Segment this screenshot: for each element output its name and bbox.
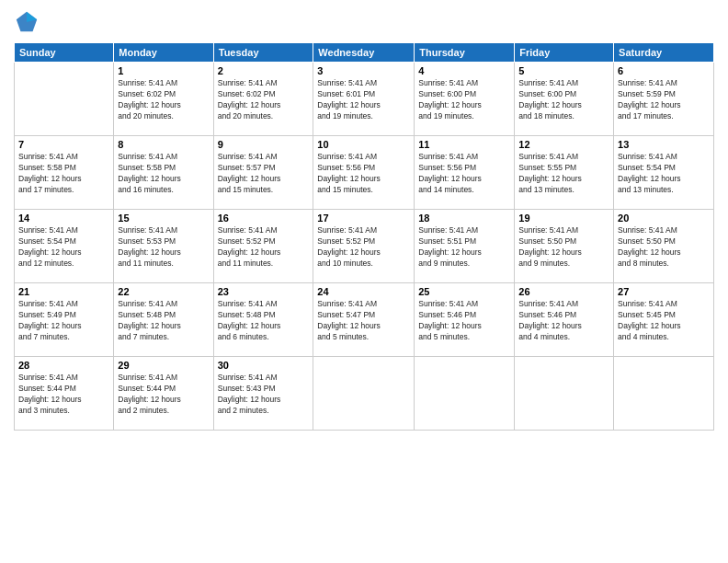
calendar-table: SundayMondayTuesdayWednesdayThursdayFrid… bbox=[14, 42, 714, 431]
logo bbox=[14, 9, 43, 35]
day-number: 22 bbox=[118, 286, 209, 297]
day-number: 6 bbox=[618, 65, 710, 76]
day-number: 2 bbox=[218, 65, 310, 76]
day-info: Sunrise: 5:41 AMSunset: 5:52 PMDaylight:… bbox=[317, 225, 410, 270]
day-number: 5 bbox=[518, 65, 609, 76]
calendar-cell-5-2: 29Sunrise: 5:41 AMSunset: 5:44 PMDayligh… bbox=[114, 357, 213, 431]
calendar-week-4: 21Sunrise: 5:41 AMSunset: 5:49 PMDayligh… bbox=[15, 283, 714, 357]
calendar-cell-3-2: 15Sunrise: 5:41 AMSunset: 5:53 PMDayligh… bbox=[114, 210, 213, 283]
day-info: Sunrise: 5:41 AMSunset: 5:50 PMDaylight:… bbox=[518, 225, 609, 270]
day-info: Sunrise: 5:41 AMSunset: 6:02 PMDaylight:… bbox=[218, 78, 310, 122]
calendar-cell-2-4: 10Sunrise: 5:41 AMSunset: 5:56 PMDayligh… bbox=[313, 136, 415, 210]
day-info: Sunrise: 5:41 AMSunset: 5:47 PMDaylight:… bbox=[317, 299, 410, 343]
day-number: 18 bbox=[418, 213, 510, 224]
calendar-cell-3-7: 20Sunrise: 5:41 AMSunset: 5:50 PMDayligh… bbox=[614, 210, 714, 283]
day-info: Sunrise: 5:41 AMSunset: 5:54 PMDaylight:… bbox=[618, 152, 710, 196]
day-info: Sunrise: 5:41 AMSunset: 6:01 PMDaylight:… bbox=[317, 78, 410, 122]
day-info: Sunrise: 5:41 AMSunset: 5:49 PMDaylight:… bbox=[18, 299, 109, 343]
calendar-cell-4-4: 24Sunrise: 5:41 AMSunset: 5:47 PMDayligh… bbox=[313, 283, 415, 357]
day-number: 14 bbox=[18, 213, 109, 224]
day-info: Sunrise: 5:41 AMSunset: 5:46 PMDaylight:… bbox=[518, 299, 609, 343]
day-info: Sunrise: 5:41 AMSunset: 5:44 PMDaylight:… bbox=[118, 373, 209, 417]
calendar-header-sunday: Sunday bbox=[15, 43, 114, 63]
day-info: Sunrise: 5:41 AMSunset: 5:48 PMDaylight:… bbox=[218, 299, 310, 343]
day-number: 8 bbox=[118, 139, 209, 150]
calendar-cell-1-6: 5Sunrise: 5:41 AMSunset: 6:00 PMDaylight… bbox=[515, 63, 614, 136]
calendar-header-friday: Friday bbox=[515, 43, 614, 63]
calendar-cell-1-5: 4Sunrise: 5:41 AMSunset: 6:00 PMDaylight… bbox=[415, 63, 515, 136]
day-info: Sunrise: 5:41 AMSunset: 5:45 PMDaylight:… bbox=[618, 299, 710, 343]
day-number: 12 bbox=[518, 139, 609, 150]
calendar-cell-4-2: 22Sunrise: 5:41 AMSunset: 5:48 PMDayligh… bbox=[114, 283, 213, 357]
day-number: 25 bbox=[418, 286, 510, 297]
calendar-cell-1-1 bbox=[15, 63, 114, 136]
day-number: 19 bbox=[518, 213, 609, 224]
day-info: Sunrise: 5:41 AMSunset: 5:55 PMDaylight:… bbox=[518, 152, 609, 196]
day-number: 9 bbox=[218, 139, 310, 150]
day-info: Sunrise: 5:41 AMSunset: 5:58 PMDaylight:… bbox=[118, 152, 209, 196]
calendar-cell-5-5 bbox=[415, 357, 515, 431]
day-info: Sunrise: 5:41 AMSunset: 5:52 PMDaylight:… bbox=[218, 225, 310, 270]
day-number: 24 bbox=[317, 286, 410, 297]
calendar-cell-2-1: 7Sunrise: 5:41 AMSunset: 5:58 PMDaylight… bbox=[15, 136, 114, 210]
calendar-cell-2-6: 12Sunrise: 5:41 AMSunset: 5:55 PMDayligh… bbox=[515, 136, 614, 210]
calendar-cell-3-4: 17Sunrise: 5:41 AMSunset: 5:52 PMDayligh… bbox=[313, 210, 415, 283]
day-number: 23 bbox=[218, 286, 310, 297]
day-number: 26 bbox=[518, 286, 609, 297]
header bbox=[14, 9, 714, 35]
day-number: 28 bbox=[18, 360, 109, 371]
day-number: 7 bbox=[18, 139, 109, 150]
day-info: Sunrise: 5:41 AMSunset: 5:56 PMDaylight:… bbox=[418, 152, 510, 196]
calendar-header-saturday: Saturday bbox=[614, 43, 714, 63]
day-info: Sunrise: 5:41 AMSunset: 5:53 PMDaylight:… bbox=[118, 225, 209, 270]
calendar-header-thursday: Thursday bbox=[415, 43, 515, 63]
calendar-cell-2-2: 8Sunrise: 5:41 AMSunset: 5:58 PMDaylight… bbox=[114, 136, 213, 210]
calendar-week-5: 28Sunrise: 5:41 AMSunset: 5:44 PMDayligh… bbox=[15, 357, 714, 431]
calendar-cell-5-6 bbox=[515, 357, 614, 431]
calendar-cell-4-3: 23Sunrise: 5:41 AMSunset: 5:48 PMDayligh… bbox=[213, 283, 313, 357]
day-number: 10 bbox=[317, 139, 410, 150]
day-info: Sunrise: 5:41 AMSunset: 5:44 PMDaylight:… bbox=[18, 373, 109, 417]
calendar-cell-2-5: 11Sunrise: 5:41 AMSunset: 5:56 PMDayligh… bbox=[415, 136, 515, 210]
day-info: Sunrise: 5:41 AMSunset: 5:48 PMDaylight:… bbox=[118, 299, 209, 343]
calendar-week-1: 1Sunrise: 5:41 AMSunset: 6:02 PMDaylight… bbox=[15, 63, 714, 136]
calendar-week-2: 7Sunrise: 5:41 AMSunset: 5:58 PMDaylight… bbox=[15, 136, 714, 210]
day-info: Sunrise: 5:41 AMSunset: 6:00 PMDaylight:… bbox=[518, 78, 609, 122]
day-info: Sunrise: 5:41 AMSunset: 5:59 PMDaylight:… bbox=[618, 78, 710, 122]
calendar-cell-3-3: 16Sunrise: 5:41 AMSunset: 5:52 PMDayligh… bbox=[213, 210, 313, 283]
day-info: Sunrise: 5:41 AMSunset: 6:02 PMDaylight:… bbox=[118, 78, 209, 122]
calendar-header-monday: Monday bbox=[114, 43, 213, 63]
day-info: Sunrise: 5:41 AMSunset: 5:56 PMDaylight:… bbox=[317, 152, 410, 196]
day-number: 21 bbox=[18, 286, 109, 297]
calendar-cell-5-1: 28Sunrise: 5:41 AMSunset: 5:44 PMDayligh… bbox=[15, 357, 114, 431]
day-number: 13 bbox=[618, 139, 710, 150]
calendar-cell-4-6: 26Sunrise: 5:41 AMSunset: 5:46 PMDayligh… bbox=[515, 283, 614, 357]
calendar-cell-5-4 bbox=[313, 357, 415, 431]
calendar-cell-1-7: 6Sunrise: 5:41 AMSunset: 5:59 PMDaylight… bbox=[614, 63, 714, 136]
day-number: 29 bbox=[118, 360, 209, 371]
day-number: 17 bbox=[317, 213, 410, 224]
day-number: 3 bbox=[317, 65, 410, 76]
calendar-header-row: SundayMondayTuesdayWednesdayThursdayFrid… bbox=[15, 43, 714, 63]
calendar-cell-1-3: 2Sunrise: 5:41 AMSunset: 6:02 PMDaylight… bbox=[213, 63, 313, 136]
calendar-cell-5-7 bbox=[614, 357, 714, 431]
calendar-cell-5-3: 30Sunrise: 5:41 AMSunset: 5:43 PMDayligh… bbox=[213, 357, 313, 431]
calendar-header-wednesday: Wednesday bbox=[313, 43, 415, 63]
day-number: 15 bbox=[118, 213, 209, 224]
day-info: Sunrise: 5:41 AMSunset: 6:00 PMDaylight:… bbox=[418, 78, 510, 122]
day-info: Sunrise: 5:41 AMSunset: 5:46 PMDaylight:… bbox=[418, 299, 510, 343]
day-info: Sunrise: 5:41 AMSunset: 5:50 PMDaylight:… bbox=[618, 225, 710, 270]
day-number: 1 bbox=[118, 65, 209, 76]
calendar-cell-2-7: 13Sunrise: 5:41 AMSunset: 5:54 PMDayligh… bbox=[614, 136, 714, 210]
day-info: Sunrise: 5:41 AMSunset: 5:43 PMDaylight:… bbox=[218, 373, 310, 417]
day-number: 27 bbox=[618, 286, 710, 297]
calendar-cell-4-5: 25Sunrise: 5:41 AMSunset: 5:46 PMDayligh… bbox=[415, 283, 515, 357]
calendar-cell-3-1: 14Sunrise: 5:41 AMSunset: 5:54 PMDayligh… bbox=[15, 210, 114, 283]
day-number: 30 bbox=[218, 360, 310, 371]
calendar-week-3: 14Sunrise: 5:41 AMSunset: 5:54 PMDayligh… bbox=[15, 210, 714, 283]
calendar-header-tuesday: Tuesday bbox=[213, 43, 313, 63]
day-info: Sunrise: 5:41 AMSunset: 5:54 PMDaylight:… bbox=[18, 225, 109, 270]
day-info: Sunrise: 5:41 AMSunset: 5:57 PMDaylight:… bbox=[218, 152, 310, 196]
calendar-cell-4-1: 21Sunrise: 5:41 AMSunset: 5:49 PMDayligh… bbox=[15, 283, 114, 357]
calendar-cell-3-5: 18Sunrise: 5:41 AMSunset: 5:51 PMDayligh… bbox=[415, 210, 515, 283]
